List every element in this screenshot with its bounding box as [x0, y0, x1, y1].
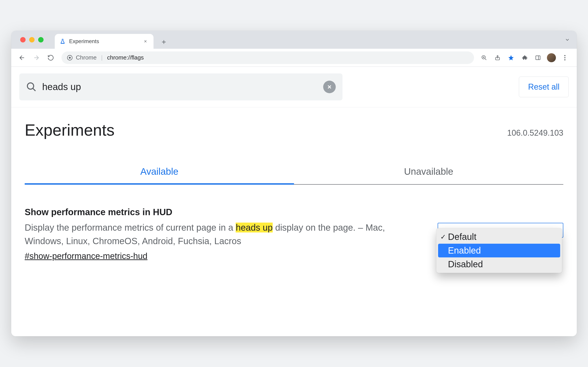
page-header: Experiments 106.0.5249.103 [11, 107, 577, 139]
tab-strip: Experiments [11, 31, 577, 49]
tab-close-icon[interactable] [142, 38, 149, 44]
window-controls [18, 31, 46, 49]
flag-text: Show performance metrics in HUD Display … [25, 207, 424, 261]
url-scheme: Chrome [76, 54, 97, 61]
reload-button[interactable] [44, 51, 57, 64]
clear-search-icon[interactable] [323, 81, 336, 93]
flag-select[interactable]: ✓ Default Enabled Disabled [438, 223, 563, 261]
address-bar[interactable]: Chrome | chrome://flags [62, 51, 474, 64]
tab-overflow-icon[interactable] [565, 37, 570, 42]
version-label: 106.0.5249.103 [507, 128, 563, 138]
bookmark-star-icon[interactable] [505, 52, 517, 63]
svg-point-6 [564, 57, 565, 58]
window-close-button[interactable] [20, 37, 26, 42]
back-button[interactable] [16, 51, 28, 64]
search-icon [26, 82, 37, 92]
tab-available[interactable]: Available [25, 166, 294, 185]
page-content: Reset all Experiments 106.0.5249.103 Ava… [11, 67, 577, 336]
check-icon: ✓ [440, 233, 446, 241]
extensions-icon[interactable] [519, 52, 530, 63]
profile-avatar[interactable] [546, 52, 557, 63]
option-enabled[interactable]: Enabled [438, 244, 560, 257]
select-dropdown: ✓ Default Enabled Disabled [436, 228, 562, 273]
flag-desc-before: Display the performance metrics of curre… [25, 223, 236, 233]
svg-point-5 [564, 55, 565, 56]
page-title: Experiments [25, 121, 114, 139]
flask-icon [60, 38, 65, 44]
option-label: Default [448, 232, 476, 242]
svg-rect-4 [536, 56, 540, 59]
flag-row: Show performance metrics in HUD Display … [11, 185, 577, 261]
new-tab-button[interactable] [157, 35, 170, 49]
option-default[interactable]: ✓ Default [438, 230, 560, 244]
flag-hash-link[interactable]: #show-performance-metrics-hud [25, 251, 147, 261]
tab-unavailable[interactable]: Unavailable [294, 166, 563, 185]
side-panel-icon[interactable] [532, 52, 544, 63]
zoom-icon[interactable] [478, 52, 490, 63]
search-highlight: heads up [236, 223, 273, 233]
url-separator: | [100, 54, 104, 61]
browser-tab[interactable]: Experiments [55, 34, 153, 49]
search-box[interactable] [19, 74, 342, 100]
chrome-icon [67, 55, 73, 61]
forward-button[interactable] [30, 51, 43, 64]
avatar-image [547, 53, 556, 62]
tab-title: Experiments [69, 38, 139, 44]
option-label: Enabled [448, 245, 481, 256]
window-minimize-button[interactable] [29, 37, 35, 42]
search-row: Reset all [11, 67, 577, 107]
kebab-menu-icon[interactable] [559, 52, 571, 63]
flag-description: Display the performance metrics of curre… [25, 221, 424, 248]
url-path: chrome://flags [107, 54, 144, 61]
toolbar-actions [478, 52, 572, 63]
window-maximize-button[interactable] [38, 37, 44, 42]
browser-toolbar: Chrome | chrome://flags [11, 49, 577, 67]
option-label: Disabled [448, 259, 483, 269]
option-disabled[interactable]: Disabled [438, 257, 560, 271]
svg-point-7 [564, 59, 565, 60]
search-input[interactable] [42, 82, 318, 92]
svg-point-8 [27, 83, 34, 89]
share-icon[interactable] [492, 52, 503, 63]
browser-window: Experiments Chrome | chrome:// [11, 31, 577, 336]
tabs-row: Available Unavailable [25, 166, 563, 185]
flag-title: Show performance metrics in HUD [25, 207, 424, 217]
svg-point-1 [69, 57, 71, 59]
reset-all-button[interactable]: Reset all [519, 77, 569, 97]
